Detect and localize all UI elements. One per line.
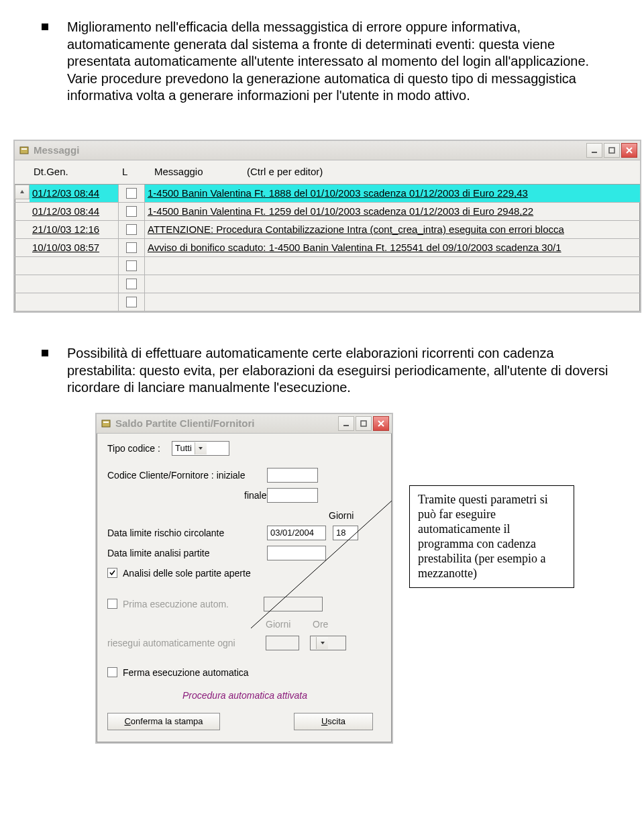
header-editor-hint: (Ctrl e per editor) xyxy=(247,166,323,177)
messages-window: Messaggi Dt.Gen. L Messaggio (Ctrl e per… xyxy=(13,140,641,313)
checkbox-analisi-aperte[interactable] xyxy=(107,568,117,578)
conferma-button[interactable]: Conferma la stampa Conferma la stampa xyxy=(107,713,220,730)
cell-l xyxy=(119,185,145,202)
scroll-up-button[interactable] xyxy=(15,185,30,199)
row-checkbox[interactable] xyxy=(126,260,137,271)
close-button[interactable] xyxy=(373,416,389,431)
cell-msg xyxy=(145,275,640,293)
cell-msg: 1-4500 Banin Valentina Ft. 1888 del 01/1… xyxy=(145,185,640,202)
grid-headers: Dt.Gen. L Messaggio (Ctrl e per editor) xyxy=(15,160,640,184)
label-ore: Ore xyxy=(313,619,328,630)
svg-rect-3 xyxy=(609,148,614,153)
cell-dt: 01/12/03 08:44 xyxy=(30,185,119,202)
cell-dt xyxy=(30,275,119,293)
header-messaggio: Messaggio xyxy=(154,166,247,177)
input-prima-esecuzione[interactable] xyxy=(264,597,323,611)
combo-tipo-codice[interactable]: Tutti xyxy=(172,441,229,456)
uscita-button[interactable]: Uscita Uscita xyxy=(294,713,373,730)
saldo-window: Saldo Partite Clienti/Fornitori xyxy=(95,413,393,744)
cell-dt: 21/10/03 12:16 xyxy=(30,221,119,238)
cell-dt xyxy=(30,293,119,311)
input-data-rischio[interactable]: 03/01/2004 xyxy=(267,526,326,540)
row-checkbox[interactable] xyxy=(126,188,137,199)
chevron-down-icon xyxy=(195,442,207,454)
table-row[interactable]: 01/12/03 08:44 1-4500 Banin Valentina Ft… xyxy=(15,203,640,221)
table-row[interactable]: 10/10/03 08:57 Avviso di bonifico scadut… xyxy=(15,239,640,257)
label-tipo-codice: Tipo codice : xyxy=(107,443,172,454)
input-data-analisi[interactable] xyxy=(267,546,326,560)
row-checkbox[interactable] xyxy=(126,242,137,253)
maximize-button[interactable] xyxy=(604,143,620,158)
titlebar: Saldo Partite Clienti/Fornitori xyxy=(97,414,392,434)
cell-l xyxy=(119,239,145,256)
bullet-item: Miglioramento nell'efficacia della messa… xyxy=(35,19,609,105)
label-ferma: Ferma esecuzione automatica xyxy=(123,667,249,678)
table-row[interactable] xyxy=(15,275,640,293)
header-dtgen: Dt.Gen. xyxy=(34,166,122,177)
label-giorni: Giorni xyxy=(329,510,354,521)
svg-rect-6 xyxy=(343,425,349,426)
cell-l xyxy=(119,293,145,311)
svg-rect-4 xyxy=(102,420,110,427)
cell-dt: 01/12/03 08:44 xyxy=(30,203,119,220)
row-checkbox[interactable] xyxy=(126,206,137,217)
row-checkbox[interactable] xyxy=(126,224,137,235)
svg-rect-1 xyxy=(21,148,27,150)
maximize-button[interactable] xyxy=(356,416,372,431)
label-analisi-aperte: AAnalisi delle sole partite apertenalisi… xyxy=(123,568,251,579)
label-data-analisi: Data limite analisi partite xyxy=(107,548,267,558)
cell-msg: ATTENZIONE: Procedura Contabilizzazione … xyxy=(145,221,640,238)
cell-l xyxy=(119,203,145,220)
callout-box: Tramite questi parametri si può far eseg… xyxy=(409,485,574,589)
close-button[interactable] xyxy=(621,143,637,158)
cell-msg: 1-4500 Banin Valentina Ft. 1259 del 01/1… xyxy=(145,203,640,220)
table-row[interactable] xyxy=(15,257,640,275)
checkbox-prima-esecuzione[interactable] xyxy=(107,599,117,609)
label-codice-iniziale: Codice Cliente/Fornitore : iniziale xyxy=(107,470,267,481)
minimize-button[interactable] xyxy=(338,416,354,431)
cell-l xyxy=(119,221,145,238)
app-icon xyxy=(101,418,111,429)
minimize-button[interactable] xyxy=(586,143,602,158)
window-title: Saldo Partite Clienti/Fornitori xyxy=(115,417,338,429)
row-checkbox[interactable] xyxy=(126,297,137,307)
label-finale: finale xyxy=(107,490,267,501)
bullet-list-2: Possibilità di effettuare automaticament… xyxy=(35,345,609,397)
titlebar: Messaggi xyxy=(15,141,640,160)
bullet-item: Possibilità di effettuare automaticament… xyxy=(35,345,609,397)
label-data-rischio: Data limite rischio circolante xyxy=(107,528,267,538)
messages-grid: 01/12/03 08:44 1-4500 Banin Valentina Ft… xyxy=(15,184,640,311)
status-procedura: Procedura automatica attivata xyxy=(107,690,382,701)
cell-msg xyxy=(145,257,640,275)
combo-riesegui-ore[interactable] xyxy=(310,636,346,650)
cell-l xyxy=(119,257,145,275)
row-checkbox[interactable] xyxy=(126,279,137,289)
checkbox-ferma[interactable] xyxy=(107,667,117,677)
chevron-down-icon xyxy=(316,637,328,649)
cell-dt xyxy=(30,257,119,275)
svg-rect-2 xyxy=(592,152,597,153)
table-row[interactable]: 01/12/03 08:44 1-4500 Banin Valentina Ft… xyxy=(15,185,640,203)
svg-rect-0 xyxy=(20,147,28,154)
cell-msg xyxy=(145,293,640,311)
input-giorni[interactable]: 18 xyxy=(333,526,358,540)
window-title: Messaggi xyxy=(34,144,586,156)
svg-rect-5 xyxy=(103,422,109,423)
input-codice-iniziale[interactable] xyxy=(267,468,318,483)
app-icon xyxy=(19,145,30,156)
svg-rect-7 xyxy=(361,421,366,426)
table-row[interactable]: 21/10/03 12:16 ATTENZIONE: Procedura Con… xyxy=(15,221,640,239)
label-riesegui: riesegui automaticamente ogni xyxy=(107,638,266,648)
cell-dt: 10/10/03 08:57 xyxy=(30,239,119,256)
input-codice-finale[interactable] xyxy=(267,488,318,503)
table-row[interactable] xyxy=(15,293,640,311)
label-giorni2: Giorni xyxy=(266,619,313,630)
input-riesegui-giorni[interactable] xyxy=(266,636,299,650)
cell-l xyxy=(119,275,145,293)
cell-msg: Avviso di bonifico scaduto: 1-4500 Banin… xyxy=(145,239,640,256)
header-l: L xyxy=(122,166,154,177)
bullet-list-1: Miglioramento nell'efficacia della messa… xyxy=(35,19,609,105)
label-prima-esecuzione: Prima esecuzione autom. xyxy=(123,599,264,609)
combo-value: Tutti xyxy=(175,443,192,453)
